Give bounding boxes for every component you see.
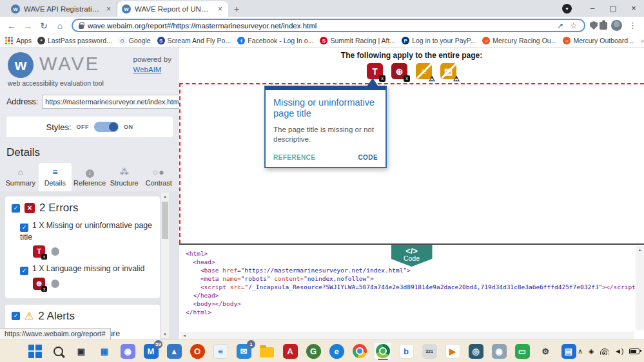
minimize-button[interactable]: – [582, 0, 603, 17]
battery-icon[interactable] [629, 348, 639, 354]
remote-desktop-icon[interactable]: ▤ [560, 342, 578, 360]
chrome-active-icon[interactable] [374, 342, 392, 360]
speaker-icon[interactable]: ◄) [614, 347, 624, 355]
photos-icon[interactable]: ▴ [165, 342, 183, 360]
restore-button[interactable]: ▢ [603, 0, 623, 17]
home-icon[interactable]: ⌂ [53, 21, 67, 31]
widgets-icon[interactable]: ▦ [95, 342, 113, 360]
scroll-left-icon[interactable]: ◄ [181, 332, 188, 339]
info-icon[interactable]: i [51, 280, 59, 288]
office-icon[interactable]: O [188, 342, 206, 360]
styles-off-label: OFF [77, 124, 90, 130]
code-link[interactable]: CODE [358, 154, 378, 161]
scroll-down-icon[interactable]: ▼ [161, 330, 169, 338]
extensions-icon[interactable] [600, 22, 607, 30]
app-dark-icon[interactable]: ◎ [467, 342, 485, 360]
apps-grid-icon[interactable] [5, 37, 13, 44]
close-button[interactable]: × [623, 0, 644, 17]
tab-summary[interactable]: ⌂ Summary [4, 163, 37, 191]
apps-label[interactable]: Apps [16, 37, 32, 44]
tab-details[interactable]: ≡ Details [39, 163, 72, 191]
tab-contrast[interactable]: ○● Contrast [142, 163, 175, 191]
info-icon[interactable]: i [51, 247, 59, 256]
contrast-icon: ○● [142, 167, 175, 178]
movie-maker-icon[interactable]: 321 [420, 342, 438, 360]
search-icon[interactable] [49, 342, 67, 360]
acrobat-icon[interactable]: A [281, 342, 299, 360]
tab-search-icon[interactable]: ▾ [562, 4, 572, 14]
webaim-link[interactable]: WebAIM [133, 66, 162, 73]
bing-icon[interactable]: b [397, 342, 415, 360]
wave-sidebar: w WAVE powered by WebAIM web accessibili… [0, 48, 179, 339]
task-view-icon[interactable]: ▣ [72, 342, 90, 360]
mail-icon[interactable]: ✉1 [235, 342, 253, 360]
tray-chevron-icon[interactable]: ∧ [578, 347, 583, 356]
page-title-error-icon[interactable]: Tx [367, 63, 383, 79]
bookmark-item[interactable]: *LastPass password... [35, 37, 115, 44]
no-regions-alert-icon[interactable]: ▤⚠ [440, 63, 456, 79]
screen-mirror-icon[interactable]: ▭ [513, 342, 531, 360]
bookmark-item[interactable]: SScream And Fly Po... [155, 37, 234, 44]
bookmark-item[interactable]: fFacebook - Log In o... [235, 37, 316, 44]
wave-address-input[interactable]: https://mastermarinesurveyor.net/index.h… [43, 98, 179, 106]
dropbox-icon[interactable]: ◈ [589, 347, 594, 356]
gimp-icon[interactable]: G [304, 342, 322, 360]
styles-toggle[interactable] [94, 122, 119, 132]
media-player-icon[interactable]: ▶ [444, 342, 462, 360]
mail-client-icon[interactable]: M59 [142, 342, 160, 360]
edge-icon[interactable]: e [327, 342, 346, 360]
reload-icon[interactable]: ↻ [37, 21, 51, 31]
page-title-error-icon[interactable]: Tx [33, 245, 45, 258]
chrome-icon[interactable] [351, 342, 369, 360]
bookmark-item[interactable]: SSummit Racing | Aft... [317, 37, 398, 44]
start-icon[interactable] [26, 342, 44, 360]
bookmarks-overflow-icon[interactable]: » [639, 37, 644, 44]
shield-extension-icon[interactable] [590, 21, 598, 30]
errors-card: ✓ × 2 Errors ✓1 X Missing or uninformati… [5, 196, 160, 298]
tab-structure[interactable]: ⁂ Structure [108, 163, 141, 191]
url-text[interactable]: wave.webaim.org/report#/https://masterma… [88, 22, 552, 30]
tab-wave-report[interactable]: w WAVE Report of UNTITLED × [117, 1, 228, 17]
errors-checkbox[interactable]: ✓ [12, 204, 20, 213]
no-heading-alert-icon[interactable]: ≡⚠ [416, 63, 432, 79]
teams-chat-icon[interactable]: ◉ [119, 342, 137, 360]
bookmark-star-icon[interactable]: ☆ [569, 21, 578, 30]
bookmark-item[interactable]: GGoogle [116, 37, 153, 44]
share-icon[interactable]: ↗ [556, 21, 565, 30]
reference-link[interactable]: REFERENCE [273, 154, 315, 161]
forward-icon[interactable]: → [21, 21, 35, 31]
tab-wave-api-registrations[interactable]: w WAVE API Registrations × [6, 1, 117, 17]
code-line: </head> [186, 291, 634, 300]
back-icon[interactable]: ← [5, 21, 19, 31]
code-vertical-scrollbar[interactable]: ▲ [636, 246, 644, 330]
acrobat-glyph: A [283, 344, 298, 359]
new-tab-button[interactable]: + [228, 1, 245, 17]
sidebar-scrollbar[interactable]: ▲ ▼ [161, 193, 169, 338]
file-explorer-icon[interactable] [258, 342, 276, 360]
tab-reference[interactable]: i Reference [73, 163, 106, 191]
item-checkbox[interactable]: ✓ [20, 267, 28, 275]
scroll-up-icon[interactable]: ▲ [161, 193, 169, 200]
language-error-icon[interactable]: ⊕x [391, 63, 407, 79]
language-error-icon[interactable]: ⊕x [33, 278, 45, 290]
page-banner: The following apply to the entire page: [179, 51, 644, 60]
scroll-thumb[interactable] [162, 202, 168, 239]
profile-avatar[interactable] [611, 20, 622, 31]
bookmark-item[interactable]: ○Mercury Racing Ou... [480, 37, 559, 44]
alerts-checkbox[interactable]: ✓ [12, 312, 20, 320]
code-horizontal-scrollbar[interactable]: ◄ [181, 332, 634, 339]
menu-icon[interactable]: ⋮ [626, 21, 639, 30]
close-tab-icon[interactable]: × [217, 5, 224, 14]
capture-icon[interactable]: ◉ [490, 342, 508, 360]
bookmark-item[interactable]: ○Mercury Outboard... [560, 37, 636, 44]
settings-icon[interactable]: ⚙ [536, 342, 554, 360]
wifi-icon[interactable] [600, 348, 609, 355]
notepad-icon[interactable]: ≡ [211, 342, 229, 360]
item-checkbox[interactable]: ✓ [20, 224, 28, 232]
scroll-up-icon[interactable]: ▲ [636, 246, 644, 254]
bookmark-item[interactable]: PLog in to your PayP... [399, 37, 478, 44]
address-bar[interactable]: wave.webaim.org/report#/https://masterma… [72, 19, 585, 32]
close-tab-icon[interactable]: × [105, 5, 112, 14]
popup-links: REFERENCE CODE [273, 154, 378, 161]
alerts-title: 2 Alerts [38, 310, 75, 323]
